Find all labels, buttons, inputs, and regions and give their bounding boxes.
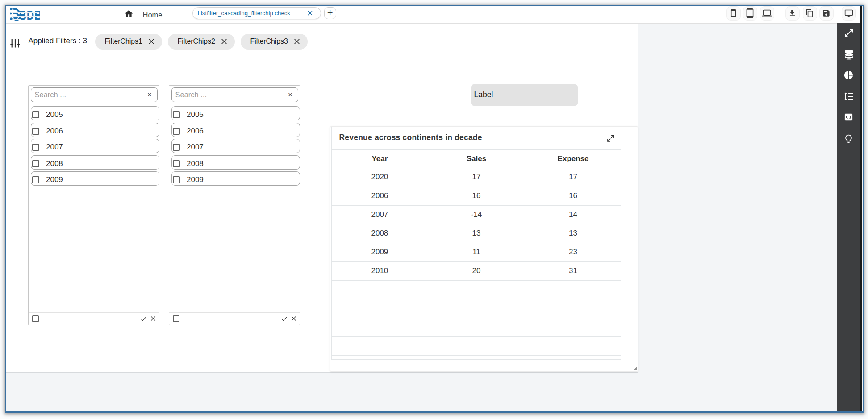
svg-text:BDB: BDB — [19, 7, 40, 22]
